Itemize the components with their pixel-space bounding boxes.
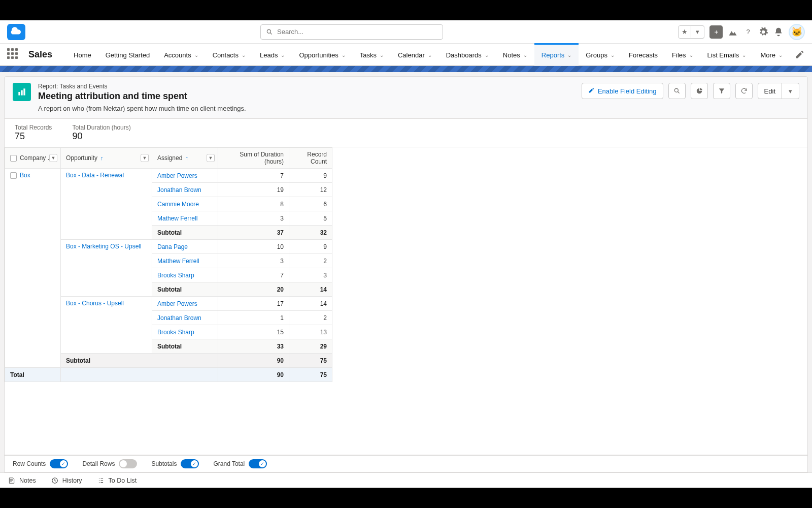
nav-item-leads[interactable]: Leads⌄ <box>253 43 292 66</box>
row-counts-label: Row Counts <box>13 460 46 467</box>
chevron-down-icon: ⌄ <box>742 52 746 58</box>
record-link[interactable]: Brooks Sharp <box>157 329 194 336</box>
nav-item-opportunities[interactable]: Opportunities⌄ <box>292 43 352 66</box>
search-report-button[interactable] <box>668 83 686 99</box>
detail-rows-toggle[interactable] <box>119 459 137 468</box>
enable-field-editing-button[interactable]: Enable Field Editing <box>582 83 663 99</box>
chart-toggle-button[interactable] <box>691 83 708 99</box>
notifications-bell-icon[interactable] <box>773 27 784 37</box>
cell[interactable]: Brooks Sharp <box>152 325 218 339</box>
edit-dropdown-button[interactable]: ▾ <box>782 83 799 99</box>
utility-history[interactable]: History <box>51 477 82 484</box>
user-avatar[interactable]: 🐱 <box>789 24 805 40</box>
column-record-count[interactable]: Record Count <box>289 148 332 169</box>
cell: 20 <box>218 282 289 297</box>
subtotals-toggle[interactable]: ✓ <box>181 459 199 468</box>
record-link[interactable]: Jonathan Brown <box>157 186 201 194</box>
cell: 37 <box>218 226 289 240</box>
column-company[interactable]: Company ... ▼ <box>5 148 61 169</box>
record-link[interactable]: Dana Page <box>157 243 188 250</box>
record-link[interactable]: Cammie Moore <box>157 201 199 208</box>
nav-item-label: Groups <box>586 51 607 59</box>
search-input[interactable] <box>277 28 437 36</box>
pencil-icon <box>588 87 595 95</box>
favorite-star-icon[interactable]: ★ <box>678 25 691 39</box>
opportunity-link[interactable]: Box - Chorus - Upsell <box>66 300 124 307</box>
column-assigned-menu-icon[interactable]: ▼ <box>207 154 215 162</box>
cell: 3 <box>218 254 289 268</box>
global-search[interactable] <box>260 24 443 40</box>
nav-item-label: Leads <box>260 51 278 59</box>
report-breadcrumb: Report: Tasks and Events <box>38 83 246 90</box>
trailhead-icon[interactable] <box>728 27 738 37</box>
cell[interactable]: Dana Page <box>152 240 218 254</box>
column-opportunity-menu-icon[interactable]: ▼ <box>141 154 149 162</box>
nav-item-dashboards[interactable]: Dashboards⌄ <box>439 43 496 66</box>
cell[interactable]: Matthew Ferrell <box>152 254 218 268</box>
help-icon[interactable]: ? <box>743 27 753 37</box>
column-assigned[interactable]: Assigned ↑ ▼ <box>152 148 218 169</box>
cell[interactable]: Jonathan Brown <box>152 311 218 325</box>
column-company-menu-icon[interactable]: ▼ <box>49 154 57 162</box>
app-launcher-icon[interactable] <box>7 48 19 60</box>
cell[interactable]: Brooks Sharp <box>152 268 218 282</box>
cell[interactable]: Jonathan Brown <box>152 183 218 197</box>
nav-item-forecasts[interactable]: Forecasts <box>622 43 665 66</box>
nav-item-more[interactable]: More⌄ <box>753 43 790 66</box>
utility-todo[interactable]: To Do List <box>97 477 137 484</box>
utility-history-label: History <box>62 477 82 484</box>
nav-item-getting-started[interactable]: Getting Started <box>98 43 157 66</box>
favorite-dropdown-icon[interactable]: ▾ <box>691 25 704 39</box>
edit-nav-pencil-icon[interactable] <box>795 49 805 59</box>
nav-item-tasks[interactable]: Tasks⌄ <box>353 43 391 66</box>
grand-total-toggle[interactable]: ✓ <box>249 459 267 468</box>
cell: 3 <box>218 211 289 226</box>
svg-point-5 <box>674 88 678 92</box>
record-link[interactable]: Jonathan Brown <box>157 314 201 322</box>
opportunity-link[interactable]: Box - Marketing OS - Upsell <box>66 243 142 250</box>
record-link[interactable]: Matthew Ferrell <box>157 258 199 265</box>
select-all-checkbox[interactable] <box>10 155 17 162</box>
toggle-grand-total: Grand Total ✓ <box>213 459 267 468</box>
total-label: Total <box>5 368 61 382</box>
filter-button[interactable] <box>713 83 730 99</box>
setup-gear-icon[interactable] <box>758 27 768 37</box>
record-link[interactable]: Mathew Ferrell <box>157 215 197 222</box>
utility-notes[interactable]: Notes <box>8 477 36 484</box>
cell[interactable]: Cammie Moore <box>152 197 218 211</box>
cell[interactable]: Mathew Ferrell <box>152 211 218 226</box>
cell: 33 <box>218 339 289 354</box>
refresh-button[interactable] <box>735 83 753 99</box>
nav-item-reports[interactable]: Reports⌄ <box>534 43 579 66</box>
nav-item-calendar[interactable]: Calendar⌄ <box>391 43 439 66</box>
company-link[interactable]: Box <box>20 172 30 179</box>
row-counts-toggle[interactable]: ✓ <box>50 459 68 468</box>
column-opportunity[interactable]: Opportunity ↑ ▼ <box>61 148 152 169</box>
nav-item-accounts[interactable]: Accounts⌄ <box>157 43 205 66</box>
record-link[interactable]: Brooks Sharp <box>157 272 194 279</box>
global-add-icon[interactable]: ＋ <box>709 25 723 39</box>
cell[interactable]: Amber Powers <box>152 297 218 311</box>
nav-item-home[interactable]: Home <box>66 43 98 66</box>
cell[interactable]: Amber Powers <box>152 169 218 183</box>
subtotal-label: Subtotal <box>152 282 218 297</box>
nav-item-list-emails[interactable]: List Emails⌄ <box>700 43 754 66</box>
salesforce-logo-icon[interactable] <box>7 24 25 40</box>
svg-rect-4 <box>23 88 25 95</box>
record-link[interactable]: Amber Powers <box>157 300 197 307</box>
record-link[interactable]: Amber Powers <box>157 172 197 179</box>
opportunity-cell: Box - Chorus - Upsell <box>61 297 152 354</box>
svg-rect-2 <box>18 92 20 96</box>
nav-item-files[interactable]: Files⌄ <box>665 43 700 66</box>
nav-item-notes[interactable]: Notes⌄ <box>496 43 534 66</box>
cell: 9 <box>289 240 332 254</box>
edit-button[interactable]: Edit <box>758 83 782 99</box>
sort-asc-icon: ↑ <box>185 155 188 161</box>
cell: 3 <box>289 268 332 282</box>
total-records-label: Total Records <box>15 124 52 131</box>
column-duration[interactable]: Sum of Duration (hours) <box>218 148 289 169</box>
nav-item-contacts[interactable]: Contacts⌄ <box>206 43 253 66</box>
nav-item-groups[interactable]: Groups⌄ <box>579 43 622 66</box>
opportunity-link[interactable]: Box - Data - Renewal <box>66 172 124 179</box>
row-checkbox[interactable] <box>10 172 17 179</box>
